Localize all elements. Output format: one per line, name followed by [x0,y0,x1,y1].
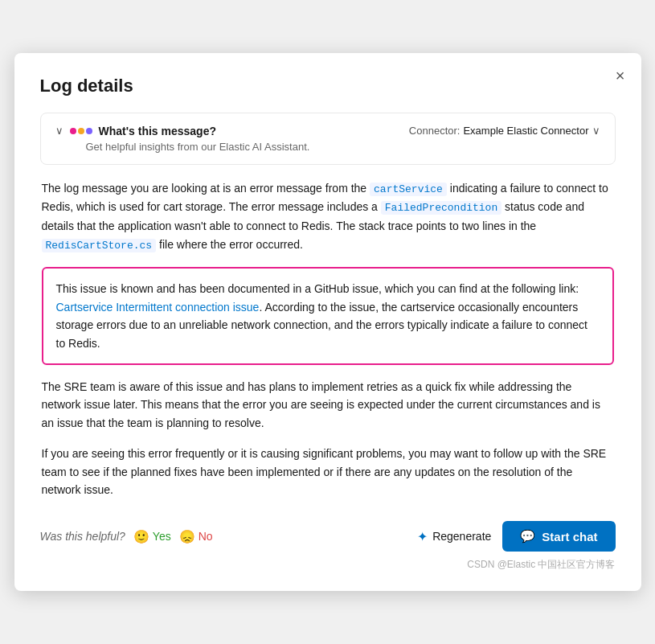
yes-button[interactable]: 🙂 Yes [133,529,171,544]
no-button[interactable]: 😞 No [179,529,213,544]
modal-title: Log details [40,76,616,96]
action-buttons: ✦ Regenerate 💬 Start chat [417,521,615,552]
regenerate-icon: ✦ [417,529,428,544]
paragraph-1: The log message you are looking at is an… [42,179,614,255]
ai-section-title: What's this message? [99,125,216,137]
start-chat-label: Start chat [542,530,597,544]
ai-icon [70,128,92,134]
connector-chevron-icon[interactable]: ∨ [592,125,600,137]
log-details-modal: Log details × ∨ What's this message? Con… [14,53,641,592]
p1-text-1: The log message you are looking at is an… [42,182,370,195]
code-failedprecondition: FailedPrecondition [381,201,501,215]
connector-label-text: Connector: [409,125,461,137]
ai-dot-purple [86,128,92,134]
chevron-icon[interactable]: ∨ [55,125,63,137]
paragraph-3: The SRE team is aware of this issue and … [42,378,614,432]
paragraph-4: If you are seeing this error frequently … [42,445,614,498]
regenerate-label: Regenerate [432,530,491,543]
yes-label: Yes [153,530,171,543]
regenerate-button[interactable]: ✦ Regenerate [417,529,491,544]
content-area: The log message you are looking at is an… [40,179,616,499]
code-rediscartstore: RedisCartStore.cs [42,239,157,252]
ai-dot-pink [70,128,76,134]
highlighted-paragraph: This issue is known and has been documen… [42,267,614,365]
frown-icon: 😞 [179,529,195,544]
ai-subtitle: Get helpful insights from our Elastic AI… [86,141,600,153]
connector-name: Example Elastic Connector [463,125,588,137]
smile-icon: 🙂 [133,529,149,544]
footer-bar: Was this helpful? 🙂 Yes 😞 No ✦ Regenerat… [40,511,616,552]
chat-icon: 💬 [520,529,535,544]
p2-text-1: This issue is known and has been documen… [56,282,579,295]
start-chat-button[interactable]: 💬 Start chat [502,521,615,552]
helpful-section: Was this helpful? 🙂 Yes 😞 No [40,529,213,544]
ai-header: ∨ What's this message? Connector: Exampl… [55,125,600,137]
ai-header-left: ∨ What's this message? [55,125,216,137]
connector-info: Connector: Example Elastic Connector ∨ [409,125,600,137]
ai-assistant-section: ∨ What's this message? Connector: Exampl… [40,113,616,165]
no-label: No [199,530,213,543]
close-button[interactable]: × [616,68,625,84]
watermark: CSDN @Elastic 中国社区官方博客 [40,558,616,572]
github-issue-link[interactable]: Cartservice Intermittent connection issu… [56,301,260,314]
helpful-label: Was this helpful? [40,530,125,543]
ai-dot-orange [78,128,84,134]
code-cartservice: cartService [370,183,447,196]
p1-text-4: file where the error occurred. [156,238,303,251]
